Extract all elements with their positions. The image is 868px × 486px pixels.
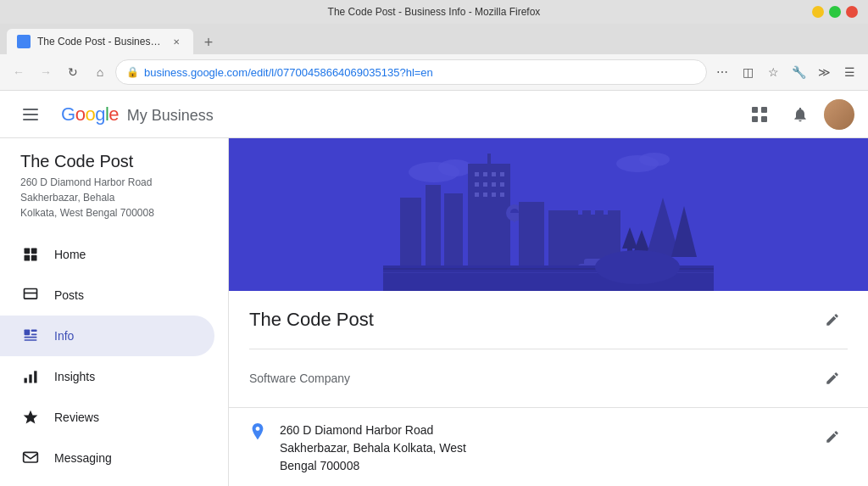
svg-rect-42 — [475, 193, 479, 197]
my-business-label: My Business — [127, 107, 214, 124]
tools-button[interactable]: 🔧 — [787, 60, 810, 84]
svg-rect-17 — [25, 339, 37, 341]
sidebar-item-info[interactable]: Info — [0, 316, 214, 356]
bookmark-button[interactable]: ☆ — [761, 60, 785, 84]
svg-rect-39 — [483, 182, 487, 187]
forward-button[interactable]: → — [34, 60, 58, 84]
business-category-row: Software Company — [249, 349, 848, 407]
maximize-button[interactable] — [829, 6, 841, 18]
back-button[interactable]: ← — [7, 60, 31, 84]
svg-rect-7 — [25, 249, 31, 254]
svg-point-27 — [438, 159, 472, 176]
tab-close-button[interactable]: ✕ — [170, 35, 183, 48]
app-layout: Google My Business — [0, 91, 868, 486]
home-icon — [20, 244, 41, 265]
svg-rect-0 — [23, 109, 38, 110]
sidebar-item-posts-label: Posts — [54, 288, 84, 302]
svg-rect-14 — [31, 330, 37, 332]
menu-button[interactable]: ☰ — [837, 60, 861, 84]
location-pin-icon — [249, 423, 266, 448]
sidebar: The Code Post 260 D Diamond Harbor Road … — [0, 138, 229, 486]
home-button[interactable]: ⌂ — [88, 60, 112, 84]
sidebar-item-posts[interactable]: Posts — [0, 275, 214, 316]
sidebar-business-name: The Code Post — [0, 152, 228, 171]
sidebar-item-messaging-label: Messaging — [54, 451, 112, 465]
tab-favicon — [17, 35, 31, 48]
svg-rect-50 — [519, 202, 544, 265]
svg-rect-40 — [492, 182, 496, 187]
svg-rect-55 — [595, 210, 604, 223]
business-name-row: The Code Post — [249, 291, 848, 349]
svg-point-70 — [595, 250, 680, 284]
sidebar-item-messaging[interactable]: Messaging — [0, 438, 214, 478]
sidebar-item-info-label: Info — [54, 329, 74, 343]
edit-address-button[interactable] — [817, 422, 848, 452]
address-bar: ← → ↻ ⌂ 🔒 business.google.com/edit/l/077… — [0, 54, 868, 90]
svg-rect-5 — [752, 116, 758, 122]
address-detail-line1: 260 D Diamond Harbor Road — [280, 422, 804, 439]
google-logo: Google My Business — [61, 103, 214, 126]
avatar[interactable] — [824, 99, 854, 130]
edit-category-button[interactable] — [817, 363, 848, 394]
address-line3: Kolkata, West Bengal 700008 — [20, 205, 208, 221]
svg-rect-54 — [582, 210, 591, 223]
sidebar-item-home-label: Home — [54, 248, 86, 261]
address-line2: Sakherbazar, Behala — [20, 190, 208, 205]
svg-rect-34 — [475, 172, 479, 176]
sidebar-item-home[interactable]: Home — [0, 234, 214, 275]
svg-rect-16 — [25, 337, 37, 338]
browser-chrome: The Code Post - Business In... ✕ + ← → ↻… — [0, 24, 868, 91]
svg-rect-18 — [25, 378, 27, 383]
svg-rect-30 — [400, 198, 421, 265]
svg-rect-51 — [548, 210, 570, 265]
info-card: The Code Post Software Company — [229, 291, 868, 486]
svg-rect-37 — [500, 172, 504, 176]
close-button[interactable] — [846, 6, 858, 18]
sidebar-item-reviews-label: Reviews — [54, 411, 99, 424]
info-section: The Code Post Software Company — [229, 291, 868, 407]
hamburger-menu[interactable] — [14, 98, 47, 131]
svg-rect-41 — [500, 182, 504, 187]
business-name: The Code Post — [249, 309, 374, 331]
svg-rect-8 — [31, 249, 37, 254]
overflow-button[interactable]: ≫ — [812, 60, 836, 84]
svg-rect-53 — [570, 210, 578, 223]
svg-rect-2 — [23, 119, 38, 120]
apps-grid-button[interactable] — [743, 98, 776, 131]
sidebar-item-insights[interactable]: Insights — [0, 356, 214, 397]
svg-rect-4 — [761, 107, 767, 113]
window-controls — [812, 6, 858, 18]
header-actions — [743, 98, 854, 131]
svg-rect-46 — [487, 154, 491, 165]
more-options-button[interactable]: ⋯ — [710, 60, 734, 84]
svg-rect-43 — [483, 193, 487, 197]
active-tab[interactable]: The Code Post - Business In... ✕ — [7, 29, 193, 54]
address-line1: 260 D Diamond Harbor Road — [20, 175, 208, 190]
url-bar[interactable]: 🔒 business.google.com/edit/l/07700458664… — [115, 59, 707, 85]
svg-rect-6 — [761, 116, 767, 122]
lock-icon: 🔒 — [126, 66, 139, 78]
reviews-icon — [20, 407, 41, 427]
url-actions: ⋯ ◫ ☆ 🔧 ≫ ☰ — [710, 60, 861, 84]
avatar-image — [824, 99, 854, 130]
sidebar-item-reviews[interactable]: Reviews — [0, 397, 214, 438]
svg-rect-38 — [475, 182, 479, 187]
svg-rect-15 — [31, 334, 37, 336]
minimize-button[interactable] — [812, 6, 824, 18]
sidebar-item-photos[interactable]: Photos — [0, 478, 214, 486]
svg-rect-35 — [483, 172, 487, 176]
address-text: 260 D Diamond Harbor Road Sakherbazar, B… — [280, 422, 804, 475]
notifications-button[interactable] — [783, 98, 817, 131]
tab-bar: The Code Post - Business In... ✕ + — [0, 24, 868, 54]
url-domain: business.google.com — [144, 66, 248, 79]
svg-rect-45 — [500, 193, 504, 197]
pocket-button[interactable]: ◫ — [736, 60, 760, 84]
new-tab-button[interactable]: + — [197, 31, 220, 54]
svg-rect-13 — [25, 330, 31, 336]
cover-image — [229, 138, 868, 291]
svg-rect-19 — [29, 375, 31, 383]
refresh-button[interactable]: ↻ — [61, 60, 85, 84]
titlebar-title: The Code Post - Business Info - Mozilla … — [328, 6, 541, 18]
content-area: The Code Post 260 D Diamond Harbor Road … — [0, 138, 868, 486]
edit-name-button[interactable] — [817, 304, 848, 335]
